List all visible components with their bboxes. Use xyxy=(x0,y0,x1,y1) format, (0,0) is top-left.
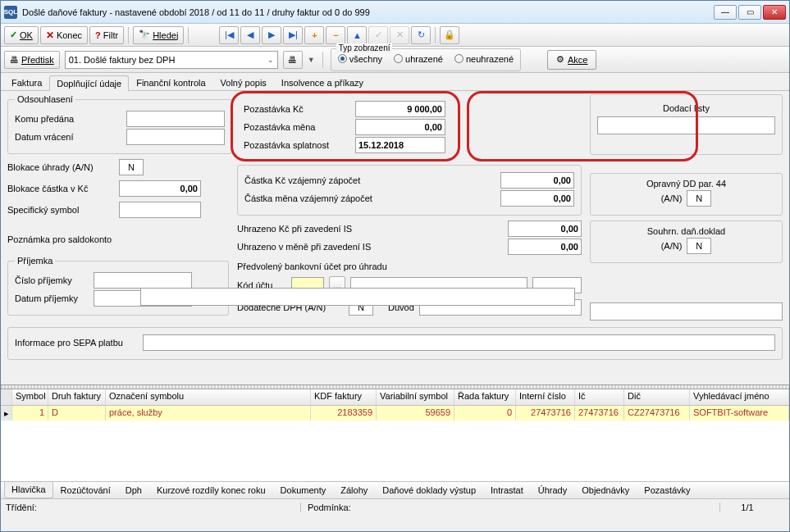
prijemka-label: Příjemka xyxy=(15,256,55,266)
pozastavka-mena-input[interactable]: 0,00 xyxy=(355,119,445,135)
komu-predana-label: Komu předána xyxy=(15,114,121,124)
datum-vraceni-input[interactable] xyxy=(126,129,225,145)
radio-uhrazene[interactable]: uhrazené xyxy=(394,54,443,64)
tab-doplnujici[interactable]: Doplňující údaje xyxy=(49,75,129,91)
opravny-dd-input[interactable]: N xyxy=(687,190,711,207)
ok-button[interactable]: ✓OK xyxy=(4,26,39,44)
tab2-rozuctovani[interactable]: Rozúčtování xyxy=(53,482,118,498)
col-oznaceni[interactable]: Označení symbolu xyxy=(106,389,311,405)
hledej-button[interactable]: 🔭Hledej xyxy=(133,26,184,44)
gear-icon: ⚙ xyxy=(556,54,564,65)
grid-row[interactable]: ▸ 1 D práce, služby 2183359 59659 0 2747… xyxy=(1,406,789,421)
uhrazeno-mena-input[interactable]: 0,00 xyxy=(508,239,582,255)
titlebar: SQL Došlé daňové faktury - nastavené obd… xyxy=(1,1,789,24)
grid-body[interactable]: ▸ 1 D práce, služby 2183359 59659 0 2747… xyxy=(1,406,789,481)
akce-button[interactable]: ⚙Akce xyxy=(547,50,596,70)
tab2-danove[interactable]: Daňové doklady výstup xyxy=(375,482,483,498)
tab2-dph[interactable]: Dph xyxy=(118,482,149,498)
close-button[interactable]: ✕ xyxy=(763,5,786,20)
tab2-objednavky[interactable]: Objednávky xyxy=(574,482,637,498)
predtisk-button[interactable]: 🖶Předtisk xyxy=(4,51,60,69)
col-symbol[interactable]: Symbol xyxy=(12,389,48,405)
dodaci-listy-input[interactable] xyxy=(597,116,775,134)
konec-button[interactable]: ✕Konec xyxy=(40,26,88,44)
predvoleny-ucet-label: Předvolený bankovní účet pro úhradu xyxy=(237,261,387,271)
col-vyhled[interactable]: Vyhledávací jméno xyxy=(690,389,789,405)
refresh-button[interactable]: ↻ xyxy=(411,26,431,44)
remove-button[interactable]: − xyxy=(326,26,345,44)
status-trideni: Třídění: xyxy=(6,502,301,512)
specificky-label: Specifický symbol xyxy=(7,205,114,215)
predtisk-select[interactable]: 01. Došlé faktury bez DPH⌄ xyxy=(65,51,278,69)
castka-kc-zap-input[interactable]: 0,00 xyxy=(500,172,574,189)
castka-mena-zap-input[interactable]: 0,00 xyxy=(500,190,574,207)
radio-neuhrazene[interactable]: neuhrazené xyxy=(454,54,514,64)
minimize-button[interactable]: — xyxy=(714,5,737,20)
tab2-uhrady[interactable]: Úhrady xyxy=(531,482,574,498)
filtr-button[interactable]: ?Filtr xyxy=(89,26,124,44)
print-button[interactable]: 🖶 xyxy=(283,51,303,69)
tab-volny-popis[interactable]: Volný popis xyxy=(213,75,274,90)
datum-prijemky-label: Datum příjemky xyxy=(15,293,89,303)
nav-prev-button[interactable]: ◀ xyxy=(240,26,260,44)
tabs-lower: Hlavička Rozúčtování Dph Kurzové rozdíly… xyxy=(1,481,789,498)
up-button[interactable]: ▲ xyxy=(347,26,367,44)
col-interni[interactable]: Interní číslo xyxy=(516,389,575,405)
uhrazeno-kc-input[interactable]: 0,00 xyxy=(508,221,582,237)
col-vs[interactable]: Variabilní symbol xyxy=(377,389,454,405)
tab-financni[interactable]: Finanční kontrola xyxy=(129,75,212,90)
tab-faktura[interactable]: Faktura xyxy=(4,75,49,90)
add-button[interactable]: + xyxy=(304,26,324,44)
form-area: Odsouhlasení Komu předána Datum vrácení … xyxy=(1,91,789,384)
komu-predana-input[interactable] xyxy=(126,111,225,127)
grid: Symbol Druh faktury Označení symbolu KDF… xyxy=(1,389,789,481)
specificky-input[interactable] xyxy=(119,202,201,218)
dodaci-listy-group: Dodací listy xyxy=(590,94,783,155)
col-kdf[interactable]: KDF faktury xyxy=(311,389,377,405)
tab2-dokumenty[interactable]: Dokumenty xyxy=(273,482,334,498)
tab2-pozastavky[interactable]: Pozastávky xyxy=(637,482,697,498)
printer-icon: 🖶 xyxy=(288,55,297,65)
maximize-button[interactable]: ▭ xyxy=(738,5,761,20)
souhrn-label: Souhrn. daň.doklad xyxy=(597,226,775,236)
prijemka-group: Příjemka Číslo příjemky Datum příjemky xyxy=(7,256,229,316)
souhrn-input[interactable]: N xyxy=(687,238,711,254)
odsouhlaseni-group: Odsouhlasení Komu předána Datum vrácení xyxy=(7,94,232,154)
toolbar-main: ✓OK ✕Konec ?Filtr 🔭Hledej |◀ ◀ ▶ ▶| + − … xyxy=(1,24,789,47)
radio-vsechny[interactable]: všechny xyxy=(338,54,382,64)
blokace-uhrady-input[interactable]: N xyxy=(119,159,144,175)
info-sepa-input[interactable] xyxy=(143,334,775,351)
blokace-uhrady-label: Blokace úhrady (A/N) xyxy=(7,162,114,172)
nav-next-button[interactable]: ▶ xyxy=(262,26,281,44)
col-rada[interactable]: Řada faktury xyxy=(454,389,516,405)
cislo-prijemky-input[interactable] xyxy=(94,272,192,289)
pozastavka-kc-input[interactable]: 9 000,00 xyxy=(355,101,445,117)
tab2-zalohy[interactable]: Zálohy xyxy=(333,482,375,498)
castka-kc-zap-label: Částka Kč vzájemný zápočet xyxy=(244,175,384,185)
cancel-button[interactable]: ✕ xyxy=(390,26,409,44)
poznamka-saldo-input[interactable] xyxy=(140,288,575,306)
pozastavka-spl-input[interactable]: 15.12.2018 xyxy=(355,137,445,153)
opravny-dd-group: Opravný DD par. 44 (A/N)N xyxy=(590,173,783,216)
col-druh[interactable]: Druh faktury xyxy=(48,389,106,405)
tab2-intrastat[interactable]: Intrastat xyxy=(483,482,531,498)
tab-insolvence[interactable]: Insolvence a příkazy xyxy=(274,75,371,90)
tab2-hlavicka[interactable]: Hlavička xyxy=(4,482,53,498)
nav-first-button[interactable]: |◀ xyxy=(219,26,239,44)
cislo-prijemky-label: Číslo příjemky xyxy=(15,275,89,285)
datum-vraceni-label: Datum vrácení xyxy=(15,132,121,142)
confirm-button[interactable]: ✓ xyxy=(368,26,388,44)
tabs-upper: Faktura Doplňující údaje Finanční kontro… xyxy=(1,75,789,91)
dodaci-listy-label: Dodací listy xyxy=(597,103,775,113)
typ-zobrazeni-label: Typ zobrazení xyxy=(336,43,393,52)
nav-last-button[interactable]: ▶| xyxy=(283,26,303,44)
col-dic[interactable]: Dič xyxy=(624,389,690,405)
toolbar-secondary: 🖶Předtisk 01. Došlé faktury bez DPH⌄ 🖶 ▼… xyxy=(1,47,789,73)
castka-mena-zap-label: Částka měna vzájemný zápočet xyxy=(244,193,384,203)
lock-button[interactable]: 🔒 xyxy=(440,26,459,44)
col-ic[interactable]: Ič xyxy=(575,389,624,405)
poznamka-saldo-label: Poznámka pro saldokonto xyxy=(7,234,114,244)
tab2-kurzove[interactable]: Kurzové rozdíly konec roku xyxy=(149,482,273,498)
blokace-castka-input[interactable]: 0,00 xyxy=(119,180,201,197)
extra-account-input[interactable] xyxy=(590,302,783,321)
